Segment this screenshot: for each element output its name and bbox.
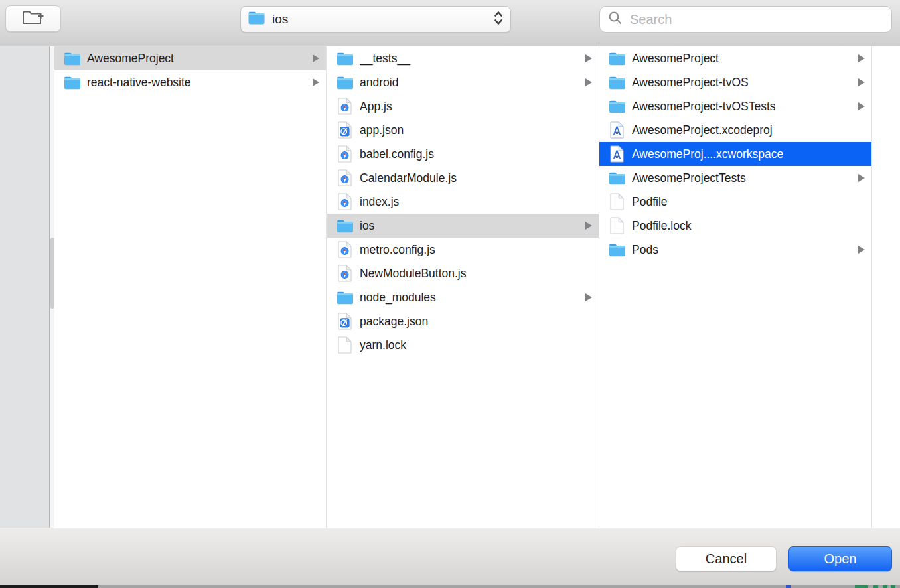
previous-column-partial: [0, 46, 50, 528]
background-blue-segment: [786, 585, 791, 588]
dialog-footer: Cancel Open: [0, 528, 900, 585]
list-item[interactable]: Pods: [599, 238, 871, 261]
list-item[interactable]: AwesomeProject-tvOS: [599, 70, 871, 94]
document-icon: [336, 336, 354, 354]
js-file-icon: [336, 241, 354, 258]
list-item[interactable]: Podfile.lock: [599, 214, 871, 238]
list-item[interactable]: AwesomeProjectTests: [599, 166, 871, 190]
folder-icon: [608, 241, 626, 258]
folder-icon: [608, 169, 626, 186]
folder-icon: [608, 98, 626, 115]
folder-icon: [336, 289, 354, 306]
file-name: metro.config.js: [360, 243, 592, 257]
xcode-file-icon: [608, 121, 626, 139]
disclosure-triangle-icon: [858, 102, 865, 110]
list-item[interactable]: react-native-website: [54, 70, 326, 94]
list-item[interactable]: android: [327, 70, 599, 94]
document-icon: [608, 193, 626, 210]
list-item[interactable]: ios: [327, 214, 599, 238]
list-item[interactable]: index.js: [327, 190, 599, 214]
file-name: AwesomeProject: [87, 52, 309, 66]
search-icon: [608, 11, 623, 28]
folder-icon: [248, 11, 265, 28]
file-name: AwesomeProjectTests: [632, 171, 854, 185]
file-name: package.json: [360, 315, 592, 329]
list-item[interactable]: AwesomeProject: [54, 46, 326, 70]
file-name: android: [360, 76, 581, 90]
disclosure-triangle-icon: [858, 246, 865, 254]
list-item[interactable]: CalendarModule.js: [327, 166, 599, 190]
up-down-chevrons-icon: [493, 9, 504, 29]
disclosure-triangle-icon: [585, 222, 592, 230]
json-file-icon: [336, 121, 354, 139]
open-button[interactable]: Open: [788, 546, 892, 571]
disclosure-triangle-icon: [585, 78, 592, 86]
disclosure-triangle-icon: [858, 54, 865, 62]
js-file-icon: [336, 98, 354, 115]
list-item[interactable]: __tests__: [327, 46, 599, 70]
open-file-dialog: ios AwesomeProject: [0, 0, 900, 588]
disclosure-triangle-icon: [858, 174, 865, 182]
new-folder-button[interactable]: [5, 5, 61, 32]
cancel-button[interactable]: Cancel: [676, 546, 777, 571]
folder-icon: [63, 74, 81, 91]
list-item[interactable]: NewModuleButton.js: [327, 261, 599, 285]
list-item[interactable]: AwesomeProject: [599, 46, 871, 70]
background-green-segment: [855, 585, 868, 588]
file-column-2: __tests__ android App.js app.json babel.…: [327, 46, 599, 528]
file-name: react-native-website: [87, 76, 309, 90]
folder-icon: [336, 217, 354, 234]
file-name: AwesomeProject-tvOSTests: [632, 100, 854, 113]
file-name: AwesomeProject-tvOS: [632, 76, 854, 90]
file-name: AwesomeProject.xcodeproj: [632, 123, 865, 137]
list-item[interactable]: yarn.lock: [327, 333, 599, 357]
file-name: App.js: [360, 100, 592, 113]
search-field[interactable]: [599, 6, 892, 33]
new-folder-icon: [21, 8, 45, 29]
file-name: index.js: [360, 195, 592, 209]
list-item[interactable]: AwesomeProject-tvOSTests: [599, 94, 871, 118]
list-item[interactable]: metro.config.js: [327, 238, 599, 261]
file-column-1: AwesomeProject react-native-website: [54, 46, 327, 528]
file-name: Podfile: [632, 195, 865, 209]
file-name: CalendarModule.js: [360, 171, 592, 185]
folder-icon: [63, 50, 81, 67]
background-green-segment: [873, 585, 878, 588]
file-name: __tests__: [360, 52, 581, 66]
file-column-3: AwesomeProject AwesomeProject-tvOS Aweso…: [599, 46, 872, 528]
column-browser: AwesomeProject react-native-website __te…: [0, 46, 900, 528]
file-name: Podfile.lock: [632, 219, 865, 233]
file-name: Pods: [632, 243, 854, 257]
file-name: ios: [360, 219, 581, 233]
file-name: yarn.lock: [360, 338, 592, 352]
list-item[interactable]: AwesomeProject.xcodeproj: [599, 118, 871, 142]
background-dark-segment: [0, 585, 98, 588]
list-item[interactable]: package.json: [327, 309, 599, 333]
current-folder-name: ios: [272, 12, 493, 27]
background-green-segment: [883, 585, 887, 588]
file-name: node_modules: [360, 291, 581, 305]
search-input[interactable]: [629, 11, 883, 28]
folder-icon: [608, 50, 626, 67]
file-name: NewModuleButton.js: [360, 267, 592, 281]
file-name: babel.config.js: [360, 147, 592, 161]
list-item[interactable]: babel.config.js: [327, 142, 599, 166]
list-item[interactable]: Podfile: [599, 190, 871, 214]
js-file-icon: [336, 265, 354, 282]
list-item[interactable]: node_modules: [327, 285, 599, 309]
list-item[interactable]: AwesomeProj....xcworkspace: [599, 142, 871, 166]
document-icon: [608, 217, 626, 234]
background-window-sliver: [0, 585, 900, 588]
folder-icon: [336, 74, 354, 91]
disclosure-triangle-icon: [585, 54, 592, 62]
list-item[interactable]: app.json: [327, 118, 599, 142]
folder-icon: [608, 74, 626, 91]
disclosure-triangle-icon: [313, 78, 319, 86]
list-item[interactable]: App.js: [327, 94, 599, 118]
background-green-segment: [891, 585, 895, 588]
disclosure-triangle-icon: [585, 293, 592, 301]
xcode-file-icon: [608, 145, 626, 163]
dialog-toolbar: ios: [0, 0, 900, 46]
current-folder-dropdown[interactable]: ios: [240, 6, 511, 33]
file-column-4-empty: [872, 46, 900, 528]
